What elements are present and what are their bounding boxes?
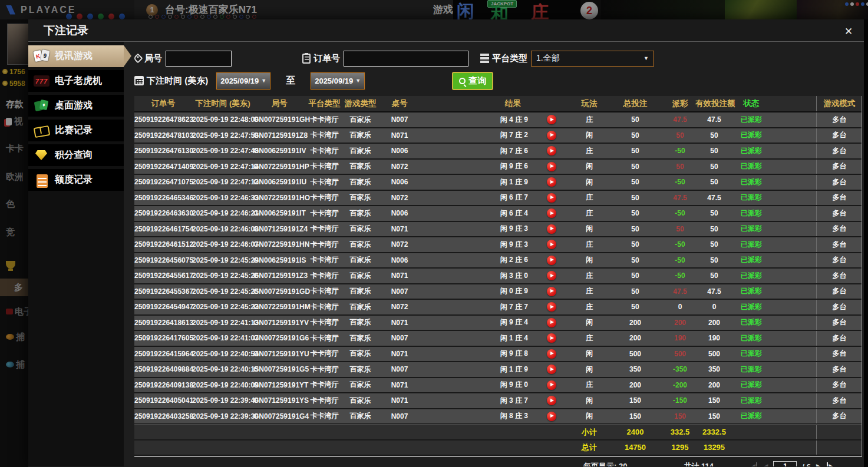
page-input[interactable]: 1 [773, 461, 797, 466]
column-header-time: 下注时间 (美东) [192, 98, 253, 109]
cell-order: 250919226455367 [134, 287, 192, 296]
cell-tableno: N071 [377, 350, 422, 358]
replay-play-icon[interactable] [547, 396, 556, 405]
replay-play-icon[interactable] [547, 193, 556, 203]
doc-icon [34, 173, 49, 187]
sidebar-item-video-games[interactable]: 视讯游戏 [28, 45, 124, 67]
first-page-button[interactable]: ◀ [750, 462, 757, 466]
cell-game: 百家乐 [344, 193, 377, 203]
round-input[interactable] [166, 51, 232, 67]
cell-mode [816, 425, 862, 439]
cell-platform: 卡卡湾厅 [305, 146, 344, 156]
next-page-button[interactable]: ▶ [816, 462, 821, 466]
cell-result: 闲 1 庄 9 [422, 365, 530, 375]
date-to-select[interactable]: 2025/09/19 ▼ [311, 72, 365, 90]
search-button[interactable]: 查询 [452, 72, 493, 90]
cell-play [530, 115, 573, 124]
last-page-button[interactable]: ▶ [827, 462, 834, 466]
bet-time-label: 下注时间 (美东) [147, 75, 208, 87]
cell-mode: 多台 [816, 128, 862, 143]
replay-play-icon[interactable] [547, 224, 556, 234]
cell-order: 250919226405041 [134, 396, 192, 405]
status-badge: 已派彩 [733, 349, 770, 359]
clipboard-icon [302, 54, 311, 64]
to-label: 至 [286, 75, 295, 87]
cell-mode: 多台 [816, 393, 862, 408]
cell-time: 2025-09-19 22:48:00 [192, 115, 253, 124]
cell-play [530, 193, 573, 203]
cell-wanfa: 闲 [573, 130, 606, 140]
table-row: 2509192264186132025-09-19 22:41:13GN0712… [134, 316, 862, 332]
replay-play-icon[interactable] [547, 115, 556, 124]
column-header-payout: 派彩 [665, 98, 695, 109]
replay-play-icon[interactable] [547, 177, 556, 187]
cell-game: 百家乐 [344, 208, 377, 218]
status-badge: 已派彩 [733, 208, 770, 218]
platform-select[interactable]: 1.全部 ▼ [531, 51, 654, 67]
cell-time: 2025-09-19 22:45:26 [192, 271, 253, 280]
cell-payout: 47.5 [665, 287, 695, 296]
cell-tableno: N007 [377, 334, 422, 342]
order-input[interactable] [344, 51, 468, 67]
replay-play-icon[interactable] [547, 333, 556, 343]
replay-play-icon[interactable] [547, 146, 556, 155]
sidebar-item-table-games[interactable]: 桌面游戏 [28, 95, 124, 117]
sidebar-item-match-records[interactable]: 比赛记录 [28, 120, 124, 141]
sidebar-item-points-query[interactable]: 积分查询 [28, 144, 124, 166]
sidebar-item-slots[interactable]: 电子老虎机 [28, 70, 124, 92]
cell-time: 2025-09-19 22:47:58 [192, 131, 253, 140]
status-badge: 已派彩 [733, 115, 770, 125]
cell-bet: 50 [606, 225, 665, 233]
cell-wanfa: 闲 [573, 161, 606, 171]
search-button-label: 查询 [468, 75, 486, 87]
replay-play-icon[interactable] [547, 162, 556, 171]
replay-play-icon[interactable] [547, 365, 556, 374]
cell-platform: 卡卡湾厅 [305, 130, 344, 140]
replay-play-icon[interactable] [547, 208, 556, 218]
cell-wanfa: 庄 [573, 286, 606, 296]
cell-result: 闲 9 庄 4 [422, 317, 530, 327]
cell-payout: -200 [665, 381, 695, 389]
cell-mode: 多台 [816, 300, 862, 314]
cell-round: GN072259191HN [253, 240, 305, 249]
cell-tableno: N007 [377, 115, 422, 124]
cell-time: 2025-09-19 22:41:13 [192, 319, 253, 327]
cell-play [530, 131, 573, 140]
cell-valid: 150 [695, 396, 733, 405]
tablegame-icon [34, 99, 49, 112]
table-header-row: 订单号下注时间 (美东)局号平台类型游戏类型桌号结果玩法总投注派彩有效投注额状态… [134, 96, 862, 112]
replay-play-icon[interactable] [547, 412, 556, 421]
cell-bet: 150 [606, 396, 665, 405]
replay-play-icon[interactable] [547, 349, 556, 359]
cell-game: 百家乐 [344, 255, 377, 265]
replay-play-icon[interactable] [547, 256, 556, 265]
replay-play-icon[interactable] [547, 318, 556, 327]
table-row: 2509192264617542025-09-19 22:46:08GN0712… [134, 222, 862, 238]
cell-game: 百家乐 [344, 302, 377, 312]
chevron-down-icon: ▼ [643, 55, 649, 61]
replay-play-icon[interactable] [547, 380, 556, 390]
replay-play-icon[interactable] [547, 131, 556, 140]
platform-label: 平台类型 [492, 53, 527, 64]
cell-game: 百家乐 [344, 380, 377, 390]
cell-platform: 卡卡湾厅 [305, 333, 344, 343]
cell-game: 百家乐 [344, 333, 377, 343]
cell-valid: 350 [695, 365, 733, 373]
cell-order: 250919226463630 [134, 209, 192, 217]
prev-page-button[interactable]: ◀ [763, 462, 768, 466]
cell-platform: 卡卡湾厅 [305, 255, 344, 265]
replay-play-icon[interactable] [547, 240, 556, 249]
column-header-wanfa: 玩法 [573, 98, 606, 109]
replay-play-icon[interactable] [547, 302, 556, 312]
date-from-select[interactable]: 2025/09/19 ▼ [216, 72, 270, 90]
close-icon[interactable]: ✕ [841, 24, 856, 38]
replay-play-icon[interactable] [547, 271, 556, 280]
cell-tableno: N071 [377, 271, 422, 280]
replay-play-icon[interactable] [547, 287, 556, 296]
subtotal-row: 小计2400332.52332.5 [134, 425, 862, 440]
cell-valid: 50 [695, 147, 733, 155]
modal-sidebar: 视讯游戏电子老虎机桌面游戏比赛记录积分查询额度记录 [28, 42, 124, 466]
sidebar-item-quota-records[interactable]: 额度记录 [28, 169, 124, 191]
cell-wanfa: 庄 [573, 271, 606, 281]
cell-valid: 47.5 [695, 287, 733, 296]
